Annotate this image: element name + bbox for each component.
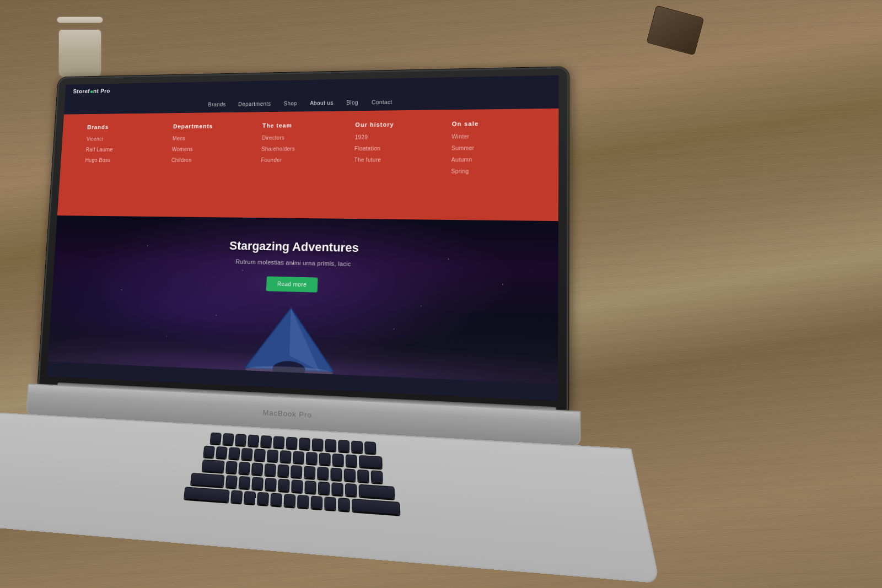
key-backspace — [359, 455, 383, 468]
nav-about[interactable]: About us — [310, 100, 334, 106]
key-f9 — [325, 439, 336, 451]
key-enter — [358, 484, 395, 499]
key-m — [311, 496, 323, 509]
key-j — [304, 481, 316, 494]
hero-title: Stargazing Adventures — [229, 239, 359, 255]
key-v — [270, 493, 282, 506]
website-content: Storefnt Pro Brands Departments Shop Abo… — [47, 75, 559, 401]
key-t — [277, 464, 289, 477]
key-esc — [210, 433, 222, 445]
key-f6 — [286, 437, 298, 449]
nav-blog[interactable]: Blog — [346, 99, 358, 105]
key-f8 — [312, 438, 324, 450]
key-q — [225, 461, 238, 473]
key-f12 — [364, 441, 376, 454]
key-f5 — [273, 436, 284, 448]
key-f2 — [235, 434, 246, 446]
menu-item-directors[interactable]: Directors — [262, 134, 344, 141]
hero-subtitle: Rutrum molestias animi urna primis, laci… — [229, 258, 358, 267]
macbook-lid: Storefnt Pro Brands Departments Shop Abo… — [37, 67, 569, 412]
key-5 — [267, 450, 278, 462]
tent-svg — [234, 304, 346, 375]
key-f4 — [260, 435, 272, 447]
menu-item-floatation[interactable]: Floatation — [354, 145, 440, 152]
key-y — [291, 465, 302, 478]
menu-item-womens[interactable]: Womens — [172, 146, 251, 152]
read-more-button[interactable]: Read more — [266, 276, 318, 292]
key-w — [238, 462, 250, 474]
key-semi — [345, 483, 357, 497]
key-d — [251, 477, 263, 489]
logo-dot — [90, 90, 93, 93]
menu-item-future[interactable]: The future — [354, 157, 440, 163]
screen-bezel: Storefnt Pro Brands Departments Shop Abo… — [47, 75, 559, 401]
key-f1 — [222, 433, 234, 445]
cup-body — [58, 29, 102, 78]
key-f10 — [338, 440, 349, 452]
key-r — [264, 463, 276, 476]
wallet-area — [650, 11, 717, 66]
key-6 — [279, 450, 291, 463]
key-4 — [254, 449, 265, 461]
key-s — [238, 476, 250, 489]
key-3 — [241, 448, 253, 460]
key-7 — [293, 451, 304, 463]
key-1 — [216, 446, 228, 458]
menu-item-winter[interactable]: Winter — [451, 133, 541, 139]
menu-column-brands: Brands Vicenci Ralf Laurne Hugo Boss — [78, 123, 169, 206]
key-u — [304, 466, 315, 478]
nav-departments[interactable]: Departments — [238, 101, 271, 107]
key-f — [265, 478, 277, 491]
menu-item-children[interactable]: Children — [171, 157, 251, 163]
menu-item-founder[interactable]: Founder — [261, 157, 343, 163]
wallet — [646, 6, 704, 56]
key-b — [283, 494, 295, 507]
site-logo: Storefnt Pro — [73, 88, 110, 94]
macbook: Storefnt Pro Brands Departments Shop Abo… — [33, 66, 594, 504]
tent-graphic — [234, 304, 346, 375]
menu-item-1929[interactable]: 1929 — [355, 134, 440, 141]
menu-col5-title: On sale — [452, 120, 541, 127]
key-o — [330, 468, 342, 481]
key-g — [278, 479, 290, 492]
key-f7 — [299, 438, 310, 450]
key-l — [331, 482, 343, 495]
menu-column-sale: On sale Winter Summer Autumn Spring — [445, 120, 547, 209]
key-tab — [202, 460, 225, 473]
menu-item-mens[interactable]: Mens — [173, 135, 252, 141]
menu-item-summer[interactable]: Summer — [451, 145, 541, 152]
key-bracket-l — [357, 470, 369, 483]
nav-brands[interactable]: Brands — [208, 101, 226, 107]
nav-contact[interactable]: Contact — [372, 99, 392, 105]
menu-column-history: Our history 1929 Floatation The future — [347, 121, 447, 209]
key-c — [257, 492, 269, 505]
menu-item-ralf[interactable]: Ralf Laurne — [85, 147, 162, 153]
menu-item-autumn[interactable]: Autumn — [451, 157, 541, 163]
cup — [55, 17, 105, 77]
mega-menu: Brands Vicenci Ralf Laurne Hugo Boss Dep… — [57, 109, 559, 221]
key-bracket-r — [371, 470, 383, 483]
key-a — [225, 475, 237, 488]
key-0 — [332, 454, 344, 466]
menu-item-hugo[interactable]: Hugo Boss — [85, 158, 162, 163]
menu-item-spring[interactable]: Spring — [451, 168, 540, 174]
nav-shop[interactable]: Shop — [283, 100, 297, 106]
cup-rim — [57, 17, 103, 23]
key-tilde — [203, 446, 215, 458]
key-e — [251, 462, 263, 475]
menu-col1-title: Brands — [87, 123, 163, 130]
menu-item-vicenci[interactable]: Vicenci — [87, 136, 163, 142]
key-comma — [324, 497, 336, 510]
key-p — [344, 468, 356, 482]
key-z — [230, 490, 243, 503]
key-2 — [228, 447, 240, 459]
key-k — [318, 481, 330, 494]
menu-col4-title: Our history — [355, 121, 440, 128]
key-f3 — [248, 435, 259, 447]
key-x — [244, 491, 256, 504]
hero-section: Stargazing Adventures Rutrum molestias a… — [47, 215, 558, 384]
key-period — [338, 498, 350, 511]
key-8 — [306, 452, 318, 465]
key-i — [317, 467, 329, 479]
menu-item-shareholders[interactable]: Shareholders — [261, 145, 343, 152]
